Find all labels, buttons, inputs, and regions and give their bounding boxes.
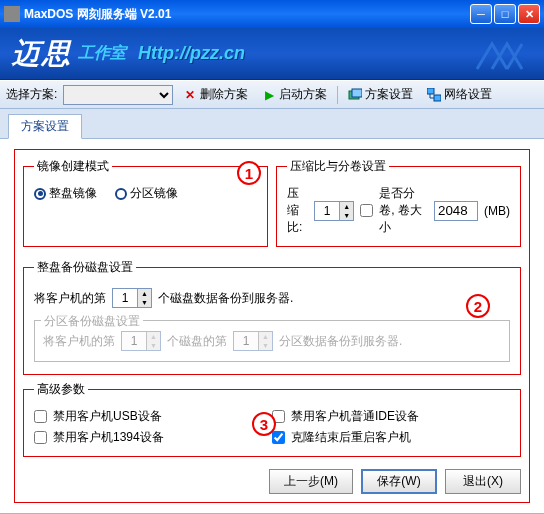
delete-icon: ✕ — [183, 88, 197, 102]
network-icon — [427, 88, 441, 102]
fulldisk-backup-legend: 整盘备份磁盘设置 — [34, 259, 136, 276]
split-volume-checkbox[interactable] — [360, 204, 373, 217]
ratio-input[interactable] — [315, 202, 339, 220]
spin-up-icon: ▲ — [258, 332, 272, 341]
settings-icon — [348, 88, 362, 102]
tab-row: 方案设置 — [0, 109, 544, 139]
delete-plan-button[interactable]: ✕ 删除方案 — [179, 84, 252, 105]
advanced-group: 高级参数 3 禁用客户机USB设备 禁用客户机1394设备 禁用客户机普通IDE… — [23, 381, 521, 457]
disk-index-input[interactable] — [113, 289, 137, 307]
partition-backup-group: 分区备份磁盘设置 将客户机的第 ▲▼ 个磁盘的第 ▲▼ 分区数据备份到服务器. — [34, 320, 510, 362]
banner-pattern-icon — [472, 34, 532, 74]
titlebar: MaxDOS 网刻服务端 V2.01 ─ □ ✕ — [0, 0, 544, 28]
spin-down-icon: ▼ — [146, 341, 160, 350]
annotation-3: 3 — [252, 412, 276, 436]
maximize-button[interactable]: □ — [494, 4, 516, 24]
banner: 迈思 工作室 Http://pzz.cn — [0, 28, 544, 80]
compress-legend: 压缩比与分卷设置 — [287, 158, 389, 175]
window-title: MaxDOS 网刻服务端 V2.01 — [24, 6, 470, 23]
close-button[interactable]: ✕ — [518, 4, 540, 24]
mirror-mode-legend: 镜像创建模式 — [34, 158, 112, 175]
disk-index-spinner[interactable]: ▲▼ — [112, 288, 152, 308]
start-plan-button[interactable]: ▶ 启动方案 — [258, 84, 331, 105]
content-area: 镜像创建模式 1 整盘镜像 分区镜像 压缩比与分卷设置 压缩比: — [0, 139, 544, 513]
ratio-label: 压缩比: — [287, 185, 308, 236]
button-row: 上一步(M) 保存(W) 退出(X) — [23, 463, 521, 494]
size-unit: (MB) — [484, 204, 510, 218]
partition-mid: 个磁盘的第 — [167, 333, 227, 350]
fulldisk-prefix: 将客户机的第 — [34, 290, 106, 307]
advanced-legend: 高级参数 — [34, 381, 88, 398]
partition-disk-input — [122, 332, 146, 350]
svg-rect-3 — [434, 95, 441, 101]
fulldisk-suffix: 个磁盘数据备份到服务器. — [158, 290, 293, 307]
volume-size-input[interactable] — [434, 201, 478, 221]
compress-group: 压缩比与分卷设置 压缩比: ▲▼ 是否分卷, 卷大小 (MB) — [276, 158, 521, 247]
fulldisk-backup-group: 整盘备份磁盘设置 2 将客户机的第 ▲▼ 个磁盘数据备份到服务器. 分区备份磁盘… — [23, 259, 521, 375]
radio-unchecked-icon — [115, 188, 127, 200]
app-icon — [4, 6, 20, 22]
partition-mirror-radio[interactable]: 分区镜像 — [115, 185, 178, 202]
tab-plan-settings[interactable]: 方案设置 — [8, 114, 82, 139]
spin-down-icon: ▼ — [258, 341, 272, 350]
banner-logo: 迈思 — [12, 35, 72, 73]
spin-down-icon[interactable]: ▼ — [137, 298, 151, 307]
spin-up-icon[interactable]: ▲ — [339, 202, 353, 211]
full-disk-mirror-radio[interactable]: 整盘镜像 — [34, 185, 97, 202]
disable-usb-checkbox[interactable] — [34, 410, 47, 423]
play-icon: ▶ — [262, 88, 276, 102]
svg-rect-1 — [352, 89, 362, 97]
split-label: 是否分卷, 卷大小 — [379, 185, 428, 236]
partition-backup-legend: 分区备份磁盘设置 — [41, 313, 143, 330]
mirror-mode-group: 镜像创建模式 1 整盘镜像 分区镜像 — [23, 158, 268, 247]
prev-button[interactable]: 上一步(M) — [269, 469, 353, 494]
toolbar: 选择方案: ✕ 删除方案 ▶ 启动方案 方案设置 网络设置 — [0, 80, 544, 109]
plan-select-label: 选择方案: — [6, 86, 57, 103]
annotation-2: 2 — [466, 294, 490, 318]
network-settings-button[interactable]: 网络设置 — [423, 84, 496, 105]
reboot-after-clone-checkbox[interactable] — [272, 431, 285, 444]
spin-up-icon[interactable]: ▲ — [137, 289, 151, 298]
minimize-button[interactable]: ─ — [470, 4, 492, 24]
plan-settings-button[interactable]: 方案设置 — [344, 84, 417, 105]
partition-index-input — [234, 332, 258, 350]
spin-up-icon: ▲ — [146, 332, 160, 341]
annotation-1: 1 — [237, 161, 261, 185]
svg-rect-2 — [427, 88, 434, 94]
partition-prefix: 将客户机的第 — [43, 333, 115, 350]
banner-subtitle: 工作室 — [78, 43, 126, 64]
save-button[interactable]: 保存(W) — [361, 469, 437, 494]
banner-url: Http://pzz.cn — [138, 43, 245, 64]
plan-select[interactable] — [63, 85, 173, 105]
spin-down-icon[interactable]: ▼ — [339, 211, 353, 220]
ratio-spinner[interactable]: ▲▼ — [314, 201, 354, 221]
exit-button[interactable]: 退出(X) — [445, 469, 521, 494]
partition-index-spinner: ▲▼ — [233, 331, 273, 351]
partition-suffix: 分区数据备份到服务器. — [279, 333, 402, 350]
radio-checked-icon — [34, 188, 46, 200]
disable-1394-checkbox[interactable] — [34, 431, 47, 444]
partition-disk-spinner: ▲▼ — [121, 331, 161, 351]
